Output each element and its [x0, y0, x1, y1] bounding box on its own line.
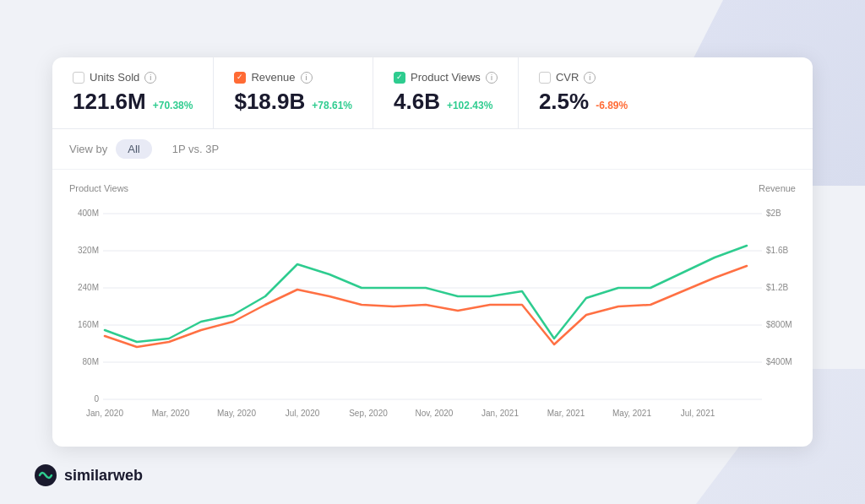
- controls-row: View by All 1P vs. 3P: [52, 129, 813, 170]
- svg-text:$2B: $2B: [766, 209, 781, 218]
- main-card: Units Sold i 121.6M +70.38% Revenue i $1…: [52, 57, 813, 447]
- revenue-info-icon[interactable]: i: [301, 72, 313, 84]
- product-views-label: Product Views: [411, 71, 481, 84]
- svg-text:Jul, 2020: Jul, 2020: [286, 409, 320, 418]
- units-sold-label: Units Sold: [90, 71, 139, 84]
- cvr-change: -6.89%: [596, 100, 628, 111]
- left-axis-label: Product Views: [69, 183, 128, 193]
- cvr-info-icon[interactable]: i: [584, 72, 596, 84]
- metric-revenue: Revenue i $18.9B +78.61%: [214, 57, 373, 128]
- product-views-line: [105, 246, 747, 342]
- cvr-checkbox[interactable]: [539, 72, 551, 84]
- svg-text:240M: 240M: [78, 283, 99, 292]
- product-views-info-icon[interactable]: i: [486, 72, 498, 84]
- tab-all[interactable]: All: [116, 139, 151, 159]
- svg-text:$800M: $800M: [766, 320, 792, 329]
- metric-product-views-header: Product Views i: [394, 71, 498, 84]
- svg-text:160M: 160M: [78, 320, 99, 329]
- brand-name: similarweb: [64, 467, 143, 485]
- chart-axis-labels: Product Views Revenue: [69, 183, 796, 193]
- revenue-checkbox[interactable]: [234, 72, 246, 84]
- revenue-label: Revenue: [251, 71, 295, 84]
- svg-text:Jul, 2021: Jul, 2021: [681, 409, 715, 418]
- revenue-line: [105, 266, 747, 347]
- view-by-label: View by: [69, 143, 107, 155]
- svg-text:Mar, 2021: Mar, 2021: [547, 409, 585, 418]
- chart-svg: 400M 320M 240M 160M 80M 0 $2B $1.6B $1.2…: [69, 197, 796, 433]
- svg-text:$400M: $400M: [766, 357, 792, 366]
- right-axis-label: Revenue: [759, 183, 796, 193]
- metric-units-sold-header: Units Sold i: [73, 71, 193, 84]
- units-sold-change: +70.38%: [153, 100, 193, 111]
- revenue-value: $18.9B +78.61%: [234, 89, 352, 115]
- svg-text:320M: 320M: [78, 246, 99, 255]
- product-views-checkbox[interactable]: [394, 72, 405, 84]
- svg-text:Jan, 2021: Jan, 2021: [481, 409, 519, 418]
- metric-cvr-header: CVR i: [539, 71, 634, 84]
- svg-text:May, 2021: May, 2021: [612, 409, 651, 418]
- metric-revenue-header: Revenue i: [234, 71, 352, 84]
- metrics-row: Units Sold i 121.6M +70.38% Revenue i $1…: [52, 57, 813, 129]
- units-sold-value: 121.6M +70.38%: [73, 89, 193, 115]
- units-sold-info-icon[interactable]: i: [144, 72, 156, 84]
- product-views-change: +102.43%: [447, 100, 492, 111]
- metric-cvr: CVR i 2.5% -6.89%: [519, 57, 654, 128]
- revenue-change: +78.61%: [312, 100, 352, 111]
- cvr-value: 2.5% -6.89%: [539, 89, 634, 115]
- svg-text:$1.2B: $1.2B: [766, 283, 788, 292]
- tab-1p-vs-3p[interactable]: 1P vs. 3P: [160, 139, 231, 159]
- chart-container: 400M 320M 240M 160M 80M 0 $2B $1.6B $1.2…: [69, 197, 796, 433]
- svg-text:$1.6B: $1.6B: [766, 246, 788, 255]
- product-views-value: 4.6B +102.43%: [394, 89, 498, 115]
- svg-text:Jan, 2020: Jan, 2020: [86, 409, 123, 418]
- chart-area: Product Views Revenue 400M 320M 240M 160…: [52, 170, 813, 447]
- svg-text:400M: 400M: [78, 209, 99, 218]
- svg-text:80M: 80M: [83, 357, 99, 366]
- svg-text:Sep, 2020: Sep, 2020: [349, 409, 388, 418]
- cvr-label: CVR: [556, 71, 579, 84]
- logo-area: similarweb: [34, 463, 143, 487]
- units-sold-checkbox[interactable]: [73, 72, 84, 84]
- metric-units-sold: Units Sold i 121.6M +70.38%: [52, 57, 214, 128]
- similarweb-logo-icon: [34, 463, 57, 487]
- svg-text:Nov, 2020: Nov, 2020: [416, 409, 454, 418]
- svg-text:May, 2020: May, 2020: [217, 409, 256, 418]
- svg-text:Mar, 2020: Mar, 2020: [152, 409, 190, 418]
- metric-product-views: Product Views i 4.6B +102.43%: [373, 57, 519, 128]
- svg-text:0: 0: [94, 394, 99, 404]
